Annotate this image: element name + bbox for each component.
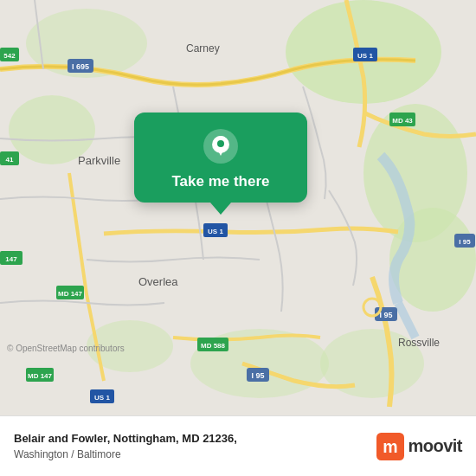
location-pin-icon [203,128,239,164]
copyright-text: © OpenStreetMap contributors [7,344,125,353]
svg-text:MD 43: MD 43 [392,117,413,125]
take-me-there-button[interactable]: Take me there [171,173,269,190]
svg-text:MD 147: MD 147 [58,290,83,298]
svg-text:MD 147: MD 147 [28,372,53,380]
svg-text:I 95: I 95 [379,311,392,319]
moovit-logo: m moovit [376,433,462,460]
moovit-wordmark: moovit [408,436,462,456]
svg-text:41: 41 [6,156,14,164]
svg-text:147: 147 [5,255,17,263]
moovit-icon: m [376,433,404,460]
svg-text:Overlea: Overlea [138,275,178,288]
svg-text:US 1: US 1 [94,394,110,402]
svg-text:I 95: I 95 [251,371,264,380]
svg-text:US 1: US 1 [208,228,223,235]
svg-text:Rossville: Rossville [398,337,440,349]
navigation-popup[interactable]: Take me there [134,113,307,203]
bottom-bar: Belair and Fowler, Nottingham, MD 21236,… [0,415,476,476]
svg-text:542: 542 [3,52,16,60]
svg-text:MD 588: MD 588 [201,342,226,350]
svg-text:m: m [383,437,398,456]
svg-text:I 695: I 695 [72,62,89,71]
location-info: Belair and Fowler, Nottingham, MD 21236,… [14,432,237,460]
map-background: I 695 US 1 MD 43 US 1 I 95 I 95 MD 147 M… [0,0,476,415]
svg-point-46 [217,140,224,147]
svg-text:US 1: US 1 [357,52,373,60]
svg-text:Carney: Carney [186,42,220,55]
address-text: Belair and Fowler, Nottingham, MD 21236, [14,432,237,447]
svg-text:I 95: I 95 [459,238,471,246]
map-container: I 695 US 1 MD 43 US 1 I 95 I 95 MD 147 M… [0,0,476,415]
svg-text:Parkville: Parkville [78,154,120,167]
region-text: Washington / Baltimore [14,448,237,460]
